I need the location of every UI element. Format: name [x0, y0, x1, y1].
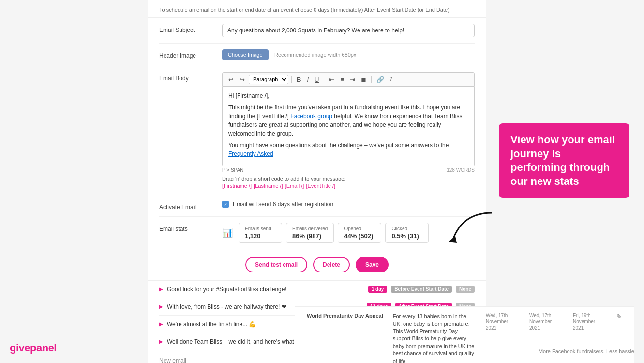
list-item: ▶ Good luck for your #SquatsForBliss cha…	[159, 281, 475, 298]
paragraph-select[interactable]: Paragraph	[249, 75, 288, 84]
stat-send-label: Emails send	[245, 226, 276, 231]
end-year-label: 2021	[573, 325, 607, 331]
editor-breadcrumb: P > SPAN	[222, 167, 243, 173]
activate-email-row: Activate Email ✓ Email will send 6 days …	[159, 195, 475, 217]
activate-email-field: ✓ Email will send 6 days after registrat…	[222, 201, 475, 208]
event-description: For every 13 babies born in the UK, one …	[393, 313, 476, 363]
shortcode-firstname[interactable]: [Firstname /]	[222, 183, 252, 189]
email-subject-field	[222, 24, 475, 37]
event-bar: World Prematurity Day Appeal For every 1…	[295, 306, 634, 363]
reg-date-label: Wed, 17th	[529, 313, 563, 318]
link-button[interactable]: 🔗	[374, 75, 386, 84]
activate-email-label: Activate Email	[159, 201, 222, 211]
email-body-field: ↩ ↪ Paragraph B I U ⇤ ≡ ⇥ ≣ 🔗 I	[222, 72, 475, 189]
end-date-label: Fri, 19th	[573, 313, 607, 318]
undo-button[interactable]: ↩	[226, 75, 236, 84]
start-month-label: November	[486, 319, 520, 324]
stats-chart-icon: 📊	[222, 227, 233, 238]
start-year-label: 2021	[486, 325, 520, 331]
toolbar-sep-3	[371, 76, 372, 83]
new-email-label: New email	[159, 357, 186, 363]
header-image-field: Choose Image Recommended image width 680…	[222, 49, 475, 60]
header-image-row: Header Image Choose Image Recommended im…	[159, 44, 475, 66]
stat-opened-label: Opened	[344, 226, 375, 231]
event-name: World Prematurity Day Appeal	[307, 313, 383, 318]
choose-image-button[interactable]: Choose Image	[222, 49, 269, 60]
italic-button[interactable]: I	[305, 75, 311, 84]
editor-body[interactable]: Hi [Firstname /], This might be the firs…	[222, 86, 475, 166]
align-justify-button[interactable]: ≣	[359, 75, 368, 84]
reg-year-label: 2021	[529, 325, 563, 331]
word-count: 128 WORDS	[447, 167, 475, 173]
stat-box-clicked: Clicked 0.5% (31)	[385, 223, 429, 243]
toolbar-sep-1	[291, 76, 292, 83]
event-edit-icon[interactable]: ✎	[616, 313, 622, 320]
email-stats-row: Email stats 📊 Emails send 1,120 Emails d…	[159, 217, 475, 249]
stat-clicked-value: 0.5% (31)	[391, 232, 422, 240]
faq-link[interactable]: Frequently Asked	[228, 151, 273, 157]
align-center-button[interactable]: ≡	[338, 75, 346, 84]
align-left-button[interactable]: ⇤	[327, 75, 336, 84]
align-right-button[interactable]: ⇥	[348, 75, 357, 84]
editor-footer: P > SPAN 128 WORDS	[222, 167, 475, 173]
reg-month-label: November	[529, 319, 563, 324]
email-body-label: Email Body	[159, 72, 222, 82]
stat-box-opened: Opened 44% (502)	[338, 223, 381, 243]
stats-row: 📊 Emails send 1,120 Emails delivered 86%…	[222, 223, 475, 243]
shortcodes-list: [Firstname /] [Lastname /] [Email /] [Ev…	[222, 183, 475, 189]
bold-button[interactable]: B	[295, 75, 303, 84]
stat-clicked-label: Clicked	[391, 226, 422, 231]
arrow-curve	[443, 208, 501, 249]
email-body-row: Email Body ↩ ↪ Paragraph B I U ⇤ ≡ ⇥	[159, 66, 475, 195]
email-stats-label: Email stats	[159, 223, 222, 232]
event-end-date: Fri, 19th November 2021	[573, 313, 607, 331]
delete-button[interactable]: Delete	[313, 257, 350, 272]
form-section: Email Subject Header Image Choose Image …	[148, 18, 486, 249]
save-button[interactable]: Save	[356, 257, 389, 272]
givepanel-logo: givepanel	[10, 342, 57, 354]
schedule-note: To schedule an email on the start or end…	[148, 0, 486, 18]
stat-send-value: 1,120	[245, 232, 276, 240]
shortcode-lastname[interactable]: [Lastname /]	[254, 183, 283, 189]
editor-line-2: This might be the first time you've take…	[228, 103, 468, 138]
end-month-label: November	[573, 319, 607, 324]
editor-toolbar: ↩ ↪ Paragraph B I U ⇤ ≡ ⇥ ≣ 🔗 I	[222, 72, 475, 86]
activate-row: ✓ Email will send 6 days after registrat…	[222, 201, 475, 208]
badge-days: 1 day	[368, 286, 388, 293]
stat-box-send: Emails send 1,120	[239, 223, 282, 243]
event-reg-date: Wed, 17th November 2021	[529, 313, 563, 331]
main-panel: To schedule an email on the start or end…	[148, 0, 486, 363]
toolbar-sep-2	[324, 76, 324, 83]
event-start-date: Wed, 17th November 2021	[486, 313, 520, 331]
shortcode-email[interactable]: [Email /]	[285, 183, 304, 189]
badge-none: None	[456, 286, 475, 293]
activate-checkbox[interactable]: ✓	[222, 201, 229, 208]
email-subject-row: Email Subject	[159, 18, 475, 44]
italic2-button[interactable]: I	[388, 75, 394, 84]
editor-line-3: You might have some questions about the …	[228, 141, 468, 158]
play-icon: ▶	[159, 304, 163, 309]
stat-delivered-value: 86% (987)	[292, 232, 328, 240]
start-date-label: Wed, 17th	[486, 313, 520, 318]
image-hint: Recommended image width 680px	[274, 52, 356, 58]
email-title[interactable]: Good luck for your #SquatsForBliss chall…	[167, 286, 364, 293]
action-buttons: Send test email Delete Save	[148, 249, 486, 281]
facebook-group-link[interactable]: Facebook group	[290, 113, 332, 120]
play-icon: ▶	[159, 339, 163, 344]
stat-opened-value: 44% (502)	[344, 232, 375, 240]
stat-delivered-label: Emails delivered	[292, 226, 328, 231]
email-stats-field: 📊 Emails send 1,120 Emails delivered 86%…	[222, 223, 475, 243]
activate-text: Email will send 6 days after registratio…	[233, 201, 333, 208]
email-subject-label: Email Subject	[159, 24, 222, 33]
badge-timing: Before Event Start Date	[391, 286, 452, 293]
header-image-label: Header Image	[159, 49, 222, 59]
send-test-button[interactable]: Send test email	[245, 257, 307, 272]
redo-button[interactable]: ↪	[238, 75, 247, 84]
shortcode-eventtitle[interactable]: [EventTitle /]	[306, 183, 335, 189]
play-icon: ▶	[159, 321, 163, 327]
shortcodes-section: Drag 'n' drop a short code to add it to …	[222, 176, 475, 189]
play-icon: ▶	[159, 287, 163, 292]
email-subject-input[interactable]	[222, 24, 475, 37]
underline-button[interactable]: U	[313, 75, 321, 84]
tooltip-text: View how your email journey is performin…	[510, 134, 615, 187]
